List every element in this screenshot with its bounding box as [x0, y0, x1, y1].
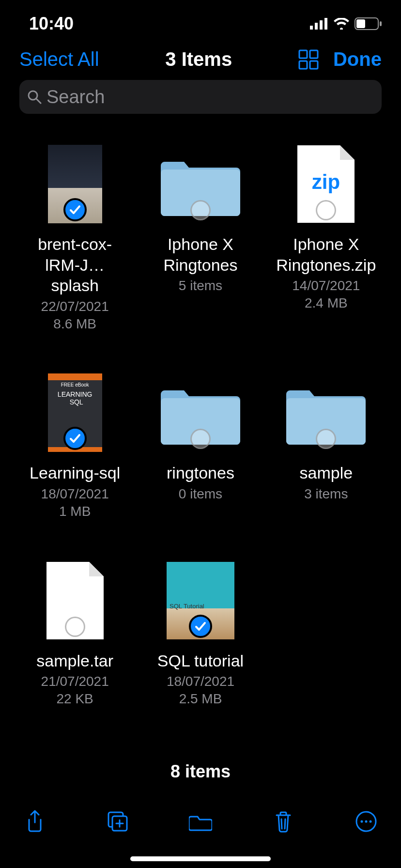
cellular-icon	[310, 18, 328, 30]
file-grid: brent-cox-lRM-J…splash 22/07/2021 8.6 MB…	[0, 114, 401, 718]
folder-item[interactable]: Iphone X Ringtones 5 items	[145, 143, 256, 333]
selection-circle[interactable]	[316, 200, 336, 220]
selected-check-icon[interactable]	[63, 427, 87, 450]
svg-point-25	[365, 821, 368, 823]
select-all-button[interactable]: Select All	[19, 48, 99, 70]
status-time: 10:40	[29, 14, 74, 34]
search-placeholder: Search	[46, 87, 105, 108]
share-button[interactable]	[23, 810, 46, 833]
file-name: Learning-sql	[30, 463, 120, 483]
file-item[interactable]: sample.tar 21/07/2021 22 KB	[19, 559, 130, 708]
svg-rect-7	[299, 50, 307, 58]
item-count-summary: 8 items	[0, 761, 401, 782]
svg-line-12	[37, 99, 41, 103]
svg-point-24	[361, 821, 363, 823]
share-icon	[25, 810, 45, 833]
svg-rect-10	[310, 61, 318, 69]
svg-rect-8	[310, 50, 318, 58]
file-size: 2.5 MB	[179, 690, 222, 708]
svg-rect-1	[315, 23, 318, 30]
svg-rect-2	[320, 20, 323, 30]
move-button[interactable]	[189, 810, 212, 833]
folder-count: 3 items	[304, 485, 348, 503]
file-date: 18/07/2021	[41, 485, 109, 503]
grid-view-icon[interactable]	[298, 49, 319, 70]
folder-item[interactable]: sample 3 items	[271, 372, 382, 520]
folder-count: 5 items	[179, 277, 222, 294]
svg-rect-3	[324, 18, 327, 30]
selection-circle[interactable]	[316, 429, 336, 449]
status-bar: 10:40	[0, 0, 401, 44]
file-name: SQL tutorial	[157, 651, 244, 671]
folder-count: 0 items	[179, 485, 222, 503]
search-input[interactable]: Search	[19, 80, 382, 114]
battery-icon	[355, 17, 382, 30]
folder-move-icon	[189, 812, 212, 831]
svg-point-11	[29, 91, 37, 100]
file-name: sample.tar	[36, 651, 113, 671]
selection-circle[interactable]	[190, 200, 211, 220]
file-size: 2.4 MB	[305, 294, 348, 312]
file-size: 22 KB	[57, 690, 93, 708]
svg-rect-5	[380, 21, 382, 26]
selected-check-icon[interactable]	[63, 198, 87, 221]
folder-item[interactable]: ringtones 0 items	[145, 372, 256, 520]
selection-circle[interactable]	[190, 429, 211, 449]
svg-rect-6	[356, 19, 365, 28]
svg-rect-0	[310, 26, 313, 30]
file-date: 18/07/2021	[167, 673, 234, 690]
nav-bar: Select All 3 Items Done	[0, 44, 401, 80]
more-icon	[355, 811, 377, 832]
svg-point-26	[370, 821, 372, 823]
file-date: 14/07/2021	[292, 277, 360, 294]
done-button[interactable]: Done	[333, 48, 382, 70]
file-date: 22/07/2021	[41, 298, 109, 315]
folder-name: Iphone X Ringtones	[150, 234, 251, 275]
selected-check-icon[interactable]	[189, 615, 212, 638]
duplicate-button[interactable]	[106, 810, 129, 833]
svg-line-21	[281, 819, 282, 829]
file-item[interactable]: FREE eBook LEARNING SQL Learning-sql 18/…	[19, 372, 130, 520]
svg-rect-9	[299, 61, 307, 69]
file-name: Iphone X Ringtones.zip	[275, 234, 377, 275]
status-icons	[310, 17, 382, 30]
file-item[interactable]: SQL Tutorial SQL tutorial 18/07/2021 2.5…	[145, 559, 256, 708]
folder-name: ringtones	[167, 463, 234, 483]
delete-button[interactable]	[272, 810, 295, 833]
duplicate-icon	[107, 810, 129, 833]
file-date: 21/07/2021	[41, 673, 109, 690]
more-button[interactable]	[355, 810, 378, 833]
svg-line-22	[285, 819, 285, 829]
file-item[interactable]: zip Iphone X Ringtones.zip 14/07/2021 2.…	[271, 143, 382, 333]
wifi-icon	[333, 18, 350, 30]
file-item[interactable]: brent-cox-lRM-J…splash 22/07/2021 8.6 MB	[19, 143, 130, 333]
folder-name: sample	[300, 463, 353, 483]
file-size: 1 MB	[59, 503, 91, 520]
trash-icon	[274, 810, 293, 833]
svg-text:zip: zip	[312, 170, 340, 193]
file-name: brent-cox-lRM-J…splash	[24, 234, 126, 296]
selection-circle[interactable]	[65, 617, 85, 637]
search-icon	[27, 90, 42, 104]
nav-title: 3 Items	[165, 48, 232, 70]
file-size: 8.6 MB	[53, 315, 96, 333]
home-indicator[interactable]	[130, 856, 271, 861]
